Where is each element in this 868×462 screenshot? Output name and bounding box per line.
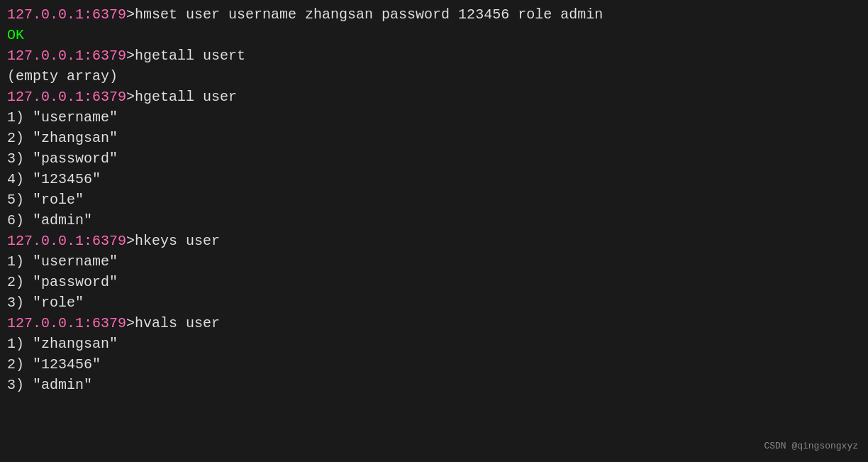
watermark: CSDN @qingsongxyz [764,440,858,453]
result-text: 2) "123456" [7,354,101,375]
result-text: 4) "123456" [7,169,101,189]
terminal-line: 3) "admin" [7,375,861,395]
command-text: hkeys user [135,231,220,251]
prompt-ip: 127.0.0.1:6379 [7,231,126,251]
command-text: hmset user username zhangsan password 12… [135,4,603,25]
terminal-line: 1) "username" [7,251,861,272]
terminal-line: OK [7,25,861,45]
prompt-ip: 127.0.0.1:6379 [7,87,126,107]
prompt-arrow: > [126,313,135,334]
terminal-line: 5) "role" [7,189,861,210]
command-text: hvals user [135,313,220,334]
result-text: 5) "role" [7,189,84,210]
result-text: 1) "zhangsan" [7,334,118,354]
result-text: 3) "role" [7,292,84,313]
terminal-line: 127.0.0.1:6379> hgetall user [7,87,861,107]
prompt-arrow: > [126,231,135,251]
terminal-line: 127.0.0.1:6379> hkeys user [7,231,861,251]
result-text: 3) "password" [7,148,118,169]
command-text: hgetall usert [135,45,245,66]
terminal-line: 3) "password" [7,148,861,169]
result-text: 6) "admin" [7,210,92,231]
terminal-line: 127.0.0.1:6379> hvals user [7,313,861,334]
prompt-ip: 127.0.0.1:6379 [7,313,126,334]
terminal-line: 4) "123456" [7,169,861,189]
result-text: 1) "username" [7,107,118,128]
command-text: hgetall user [135,87,237,107]
prompt-ip: 127.0.0.1:6379 [7,45,126,66]
result-text: 2) "zhangsan" [7,128,118,148]
terminal-line: 2) "password" [7,272,861,292]
ok-response: OK [7,25,24,45]
result-text: 2) "password" [7,272,118,292]
prompt-arrow: > [126,45,135,66]
result-text: 3) "admin" [7,375,92,395]
terminal-line: 2) "123456" [7,354,861,375]
terminal-line: 1) "username" [7,107,861,128]
terminal-line: 127.0.0.1:6379> hmset user username zhan… [7,4,861,25]
terminal-line: 6) "admin" [7,210,861,231]
prompt-arrow: > [126,4,135,25]
terminal-line: 2) "zhangsan" [7,128,861,148]
result-text: (empty array) [7,66,118,87]
terminal-window: 127.0.0.1:6379> hmset user username zhan… [0,0,868,462]
terminal-line: 3) "role" [7,292,861,313]
prompt-arrow: > [126,87,135,107]
terminal-line: 127.0.0.1:6379> hgetall usert [7,45,861,66]
terminal-line: 1) "zhangsan" [7,334,861,354]
result-text: 1) "username" [7,251,118,272]
terminal-line: (empty array) [7,66,861,87]
prompt-ip: 127.0.0.1:6379 [7,4,126,25]
